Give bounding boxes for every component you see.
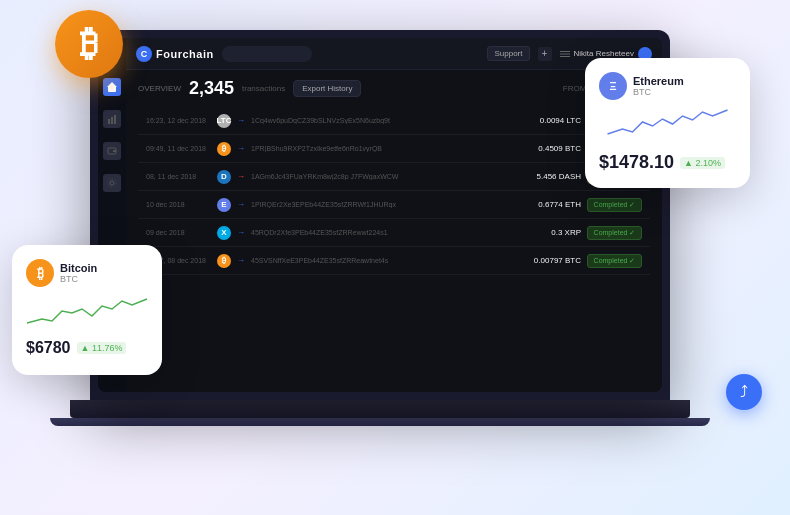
eth-price: $1478.10 <box>599 152 674 173</box>
tx-address: 1PR|BShu9RXP2TzxIke9etfe6nRo1vyrQB <box>251 145 495 152</box>
tx-amount: 5.456 DASH <box>501 172 581 181</box>
tx-date: 09:49, 11 dec 2018 <box>146 145 211 152</box>
tx-date: 09 dec 2018 <box>146 229 211 236</box>
tx-address: 1PIRQEr2Xe3EPEb44ZE35sfZRRWf1JHURqx <box>251 201 495 208</box>
btc-name: Bitcoin <box>60 262 97 274</box>
overview-label: Overview <box>138 84 181 93</box>
tx-coin-icon: LTC <box>217 114 231 128</box>
add-button[interactable]: + <box>538 47 552 61</box>
tx-amount: 0.4509 BTC <box>501 144 581 153</box>
tx-amount: 0.0094 LTC <box>501 116 581 125</box>
bitcoin-icon: ₿ <box>80 23 98 65</box>
tx-direction: → <box>237 116 245 125</box>
ethereum-card: Ξ Ethereum BTC $1478.10 ▲ 2.10% <box>585 58 750 188</box>
eth-names: Ethereum BTC <box>633 75 684 97</box>
tx-amount: 0.3 XRP <box>501 228 581 237</box>
btc-chart <box>26 291 148 331</box>
btc-circle-icon: ₿ <box>26 259 54 287</box>
share-button[interactable]: ⤴ <box>726 374 762 410</box>
svg-point-7 <box>110 181 114 185</box>
eth-change: ▲ 2.10% <box>680 157 725 169</box>
logo-icon: C <box>136 46 152 62</box>
tx-address: 45RQDr2Xfe3PEb44ZE35sfZRRewwt224s1 <box>251 229 495 236</box>
svg-point-8 <box>108 179 116 187</box>
svg-rect-3 <box>111 117 113 124</box>
btc-card-header: ₿ Bitcoin BTC <box>26 259 148 287</box>
tx-status: Completed ✓ <box>587 226 642 240</box>
logo-area: C Fourchain <box>136 46 214 62</box>
tx-status: Completed ✓ <box>587 198 642 212</box>
table-row[interactable]: 09:49, 11 dec 2018 ₿ → 1PR|BShu9RXP2TzxI… <box>138 135 650 163</box>
bitcoin-logo-float: ₿ <box>55 10 123 78</box>
sidebar-item-chart[interactable] <box>103 110 121 128</box>
tx-direction: → <box>237 144 245 153</box>
table-row[interactable]: 05:17, 08 dec 2018 ₿ → 45SVSNffXeE3PEb44… <box>138 247 650 275</box>
user-name: Nikita Resheteev <box>574 49 634 58</box>
share-icon: ⤴ <box>740 383 748 401</box>
overview-row: Overview 2,345 transactions Export Histo… <box>138 78 650 99</box>
laptop-screen: C Fourchain Support + Nikita Resheteev <box>90 30 670 400</box>
svg-rect-4 <box>114 115 116 124</box>
svg-rect-2 <box>108 119 110 124</box>
sidebar-item-home[interactable] <box>103 78 121 96</box>
sidebar-item-wallet[interactable] <box>103 142 121 160</box>
tx-amount: 0.00797 BTC <box>501 256 581 265</box>
svg-rect-6 <box>113 150 116 152</box>
app-title: Fourchain <box>156 48 214 60</box>
sidebar-item-settings[interactable] <box>103 174 121 192</box>
table-row[interactable]: 10 dec 2018 E → 1PIRQEr2Xe3EPEb44ZE35sfZ… <box>138 191 650 219</box>
tx-address: 1Cq4wv6puDqCZ39bSLNVzSyEx5N6uzbg9t <box>251 117 495 124</box>
tx-date: 10 dec 2018 <box>146 201 211 208</box>
transaction-count: 2,345 <box>189 78 234 99</box>
table-row[interactable]: 16:23, 12 dec 2018 LTC → 1Cq4wv6puDqCZ39… <box>138 107 650 135</box>
laptop-base <box>70 400 690 418</box>
table-row[interactable]: 09 dec 2018 X → 45RQDr2Xfe3PEb44ZE35sfZR… <box>138 219 650 247</box>
eth-card-header: Ξ Ethereum BTC <box>599 72 736 100</box>
tx-coin-icon: X <box>217 226 231 240</box>
screen-inner: C Fourchain Support + Nikita Resheteev <box>98 38 662 392</box>
from-label: FROM <box>563 84 587 93</box>
tx-address: 1AGm6Jc43FUaYRKm8wj2c8p J7FWgaxWCW <box>251 173 495 180</box>
count-sub: transactions <box>242 84 285 93</box>
content-area: C Fourchain Support + Nikita Resheteev <box>126 38 662 392</box>
tx-direction: → <box>237 172 245 181</box>
btc-symbol: ₿ <box>37 265 44 281</box>
laptop-bottom <box>50 418 710 426</box>
search-bar[interactable] <box>222 46 312 62</box>
tx-date: 08, 11 dec 2018 <box>146 173 211 180</box>
export-button[interactable]: Export History <box>293 80 361 97</box>
top-bar: C Fourchain Support + Nikita Resheteev <box>126 38 662 70</box>
tx-address: 45SVSNffXeE3PEb44ZE35sfZRReawtnet4s <box>251 257 495 264</box>
eth-circle-icon: Ξ <box>599 72 627 100</box>
tx-amount: 0.6774 ETH <box>501 200 581 209</box>
tx-direction: → <box>237 228 245 237</box>
menu-icon <box>560 51 570 57</box>
eth-chart <box>599 104 736 144</box>
tx-direction: → <box>237 256 245 265</box>
svg-rect-11 <box>560 56 570 57</box>
svg-rect-9 <box>560 51 570 52</box>
svg-rect-10 <box>560 53 570 54</box>
tx-coin-icon: D <box>217 170 231 184</box>
transactions-table: 16:23, 12 dec 2018 LTC → 1Cq4wv6puDqCZ39… <box>138 107 650 275</box>
tx-coin-icon: ₿ <box>217 254 231 268</box>
tx-direction: → <box>237 200 245 209</box>
table-row[interactable]: 08, 11 dec 2018 D → 1AGm6Jc43FUaYRKm8wj2… <box>138 163 650 191</box>
support-button[interactable]: Support <box>487 46 529 61</box>
main-content: Overview 2,345 transactions Export Histo… <box>126 70 662 392</box>
btc-ticker: BTC <box>60 274 97 284</box>
app-ui: C Fourchain Support + Nikita Resheteev <box>98 38 662 392</box>
bitcoin-card: ₿ Bitcoin BTC $6780 ▲ 11.76% <box>12 245 162 375</box>
svg-marker-1 <box>107 82 117 87</box>
tx-coin-icon: E <box>217 198 231 212</box>
tx-status: Completed ✓ <box>587 254 642 268</box>
eth-symbol: Ξ <box>609 80 616 92</box>
eth-ticker: BTC <box>633 87 684 97</box>
eth-name: Ethereum <box>633 75 684 87</box>
tx-date: 16:23, 12 dec 2018 <box>146 117 211 124</box>
btc-change: ▲ 11.76% <box>77 342 127 354</box>
btc-price: $6780 <box>26 339 71 357</box>
tx-coin-icon: ₿ <box>217 142 231 156</box>
btc-names: Bitcoin BTC <box>60 262 97 284</box>
